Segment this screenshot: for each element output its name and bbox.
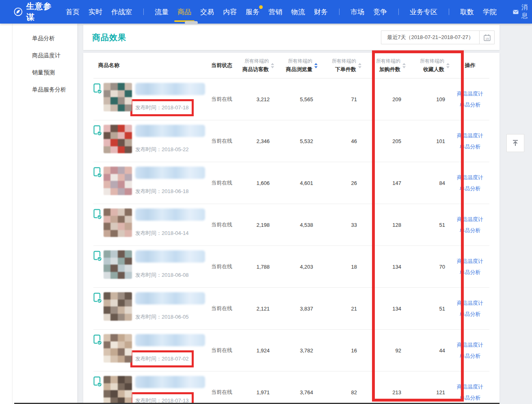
action-link-thermometer[interactable]: 商品温度计: [451, 214, 489, 225]
publish-time: 发布时间：2018-06-18: [135, 188, 189, 195]
favorites-cell: 101: [407, 138, 451, 144]
product-title-blurred[interactable]: [135, 83, 205, 95]
nav-item[interactable]: 服务: [246, 0, 260, 24]
col-header-metric[interactable]: 所有终端的 下单件数: [319, 58, 363, 73]
action-link-thermometer[interactable]: 商品温度计: [451, 298, 489, 308]
publish-time: 发布时间：2018-07-18: [135, 104, 189, 111]
action-link-item-analysis[interactable]: 单品分析: [451, 141, 489, 152]
action-link-item-analysis[interactable]: 单品分析: [451, 350, 489, 361]
nav-item[interactable]: 作战室: [111, 0, 132, 24]
favorites-cell: 109: [407, 96, 451, 102]
sort-arrows-icon[interactable]: [402, 63, 406, 68]
nav-item[interactable]: 营销: [268, 0, 282, 24]
action-link-item-analysis[interactable]: 单品分析: [451, 225, 489, 236]
status-cell: 当前在线: [207, 221, 239, 228]
col-header-metric[interactable]: 所有终端的 商品浏览量: [275, 58, 319, 73]
actions-cell: 商品温度计 单品分析: [451, 381, 489, 403]
product-image[interactable]: [104, 209, 132, 237]
product-title-blurred[interactable]: [135, 125, 205, 137]
product-title-blurred[interactable]: [135, 250, 205, 263]
nav-item[interactable]: 首页: [66, 0, 80, 24]
product-text: 发布时间：2018-07-02: [135, 334, 205, 363]
product-image[interactable]: [104, 334, 132, 363]
action-link-item-analysis[interactable]: 单品分析: [451, 308, 489, 319]
product-image[interactable]: [104, 83, 132, 111]
publish-date: 2018-07-18: [162, 104, 189, 111]
sort-arrows-icon[interactable]: [314, 63, 318, 68]
nav-item-label: 物流: [291, 7, 305, 17]
nav-item[interactable]: 商品: [177, 0, 191, 24]
nav-item[interactable]: 流量: [155, 0, 169, 24]
nav-item[interactable]: 物流: [291, 0, 305, 24]
action-link-thermometer[interactable]: 商品温度计: [451, 130, 489, 141]
col-header-metric-label: 所有终端的 商品浏览量: [286, 58, 312, 73]
products-table: 商品名称 当前状态 所有终端的 商品访客数 所有终端的 商品浏览量: [83, 53, 500, 404]
product-title-blurred[interactable]: [135, 167, 205, 179]
product-image[interactable]: [104, 376, 132, 404]
product-image[interactable]: [104, 250, 132, 279]
action-link-item-analysis[interactable]: 单品分析: [451, 392, 489, 403]
actions-cell: 商品温度计 单品分析: [451, 256, 489, 278]
status-cell: 当前在线: [207, 179, 239, 187]
page-title: 商品效果: [92, 32, 126, 43]
table-row: 发布时间：2018-07-18 当前在线 3,212 5,565 71 209 …: [93, 78, 489, 120]
sort-arrows-icon[interactable]: [271, 63, 275, 68]
logo[interactable]: 生意参谋: [14, 1, 54, 23]
nav-item[interactable]: 学院: [483, 0, 497, 24]
publish-date: 2018-05-22: [162, 146, 189, 152]
action-link-thermometer[interactable]: 商品温度计: [451, 339, 489, 350]
calendar-day-number: 15: [485, 37, 489, 40]
nav-item-label: 取数: [460, 7, 474, 17]
action-link-item-analysis[interactable]: 单品分析: [451, 267, 489, 278]
nav-item[interactable]: 交易: [200, 0, 214, 24]
actions-cell: 商品温度计 单品分析: [451, 214, 489, 236]
col-header-metric[interactable]: 所有终端的 收藏人数: [407, 58, 451, 73]
col-header-actions: 操作: [451, 62, 489, 69]
action-link-thermometer[interactable]: 商品温度计: [451, 381, 489, 392]
calendar-button[interactable]: 15: [480, 31, 494, 44]
sidebar-item[interactable]: 单品服务分析: [13, 81, 77, 98]
nav-item[interactable]: 财务: [314, 0, 328, 24]
nav-messages[interactable]: 消息: [513, 0, 532, 24]
orders-cell: 82: [319, 389, 363, 395]
nav-item[interactable]: 取数: [460, 0, 474, 24]
sort-arrows-icon[interactable]: [446, 63, 450, 68]
action-link-item-analysis[interactable]: 单品分析: [451, 99, 489, 110]
product-image[interactable]: [104, 167, 132, 195]
action-link-thermometer[interactable]: 商品温度计: [451, 88, 489, 99]
table-row: 发布时间：2018-05-22 当前在线 2,346 5,532 46 205 …: [93, 120, 489, 162]
product-image[interactable]: [104, 125, 132, 153]
mobile-verified-icon: [93, 209, 102, 220]
nav-item-label: 内容: [223, 7, 237, 17]
product-title-blurred[interactable]: [135, 292, 205, 304]
col-header-metric[interactable]: 所有终端的 商品访客数: [239, 58, 275, 73]
nav-item[interactable]: 市场: [350, 0, 364, 24]
col-header-metric[interactable]: 所有终端的 加购件数: [363, 58, 407, 73]
product-text: 发布时间：2018-04-14: [135, 209, 205, 237]
sidebar-item[interactable]: 单品分析: [13, 30, 77, 47]
product-image[interactable]: [104, 292, 132, 321]
sidebar-item[interactable]: 商品温度计: [13, 47, 77, 64]
date-range-picker[interactable]: 最近7天（2018-07-21~2018-07-27） 15: [381, 30, 495, 44]
publish-date: 2018-06-18: [162, 188, 189, 194]
scrollbar-thumb[interactable]: [185, 21, 198, 24]
action-link-thermometer[interactable]: 商品温度计: [451, 256, 489, 267]
action-link-item-analysis[interactable]: 单品分析: [451, 183, 489, 194]
nav-item[interactable]: 竞争: [373, 0, 387, 24]
sort-arrows-icon[interactable]: [358, 63, 362, 68]
action-link-thermometer[interactable]: 商品温度计: [451, 172, 489, 183]
nav-item[interactable]: 业务专区: [410, 0, 437, 24]
orders-cell: 71: [319, 96, 363, 102]
product-title-blurred[interactable]: [135, 376, 205, 388]
actions-cell: 商品温度计 单品分析: [451, 172, 489, 194]
product-title-blurred[interactable]: [135, 334, 205, 346]
sidebar-item[interactable]: 销量预测: [13, 64, 77, 81]
sidebar-item-label: 单品分析: [32, 35, 55, 41]
product-name-cell: 发布时间：2018-04-14: [93, 204, 207, 245]
nav-item[interactable]: 实时: [89, 0, 102, 24]
product-title-blurred[interactable]: [135, 209, 205, 221]
nav-item[interactable]: 内容: [223, 0, 237, 24]
cart-adds-cell: 205: [363, 138, 407, 144]
back-to-top-button[interactable]: [506, 134, 524, 152]
col-header-metric-label: 所有终端的 商品访客数: [242, 58, 269, 73]
